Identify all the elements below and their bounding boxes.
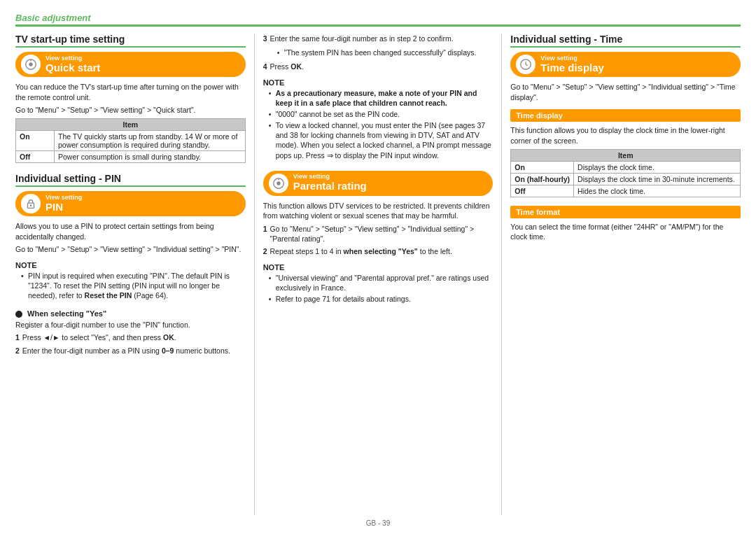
- parental-step-1-text: Go to "Menu" > "Setup" > "View setting" …: [270, 224, 493, 244]
- col2-note: NOTE As a precautionary measure, make a …: [263, 78, 493, 162]
- note-item: "0000" cannot be set as the PIN code.: [269, 109, 493, 119]
- main-columns: TV start-up time setting View setting Qu…: [15, 34, 741, 515]
- quick-start-desc: You can reduce the TV's start-up time af…: [15, 82, 246, 102]
- col-divider-1: [254, 34, 255, 515]
- step3-sub-list: "The system PIN has been changed success…: [263, 48, 493, 59]
- table-row: Off Power consumption is small during st…: [16, 151, 246, 163]
- step-4-text: Press OK.: [270, 62, 304, 71]
- parental-step-1: 1 Go to "Menu" > "Setup" > "View setting…: [263, 224, 493, 244]
- parental-step-2: 2 Repeat steps 1 to 4 in when selecting …: [263, 246, 493, 256]
- time-display-badge: View setting Time display: [510, 52, 741, 77]
- table-row: On (half-hourly) Displays the clock time…: [511, 173, 741, 185]
- table-row: Off Hides the clock time.: [511, 185, 741, 197]
- time-display-table: Item On Displays the clock time. On (hal…: [510, 149, 741, 197]
- svg-point-4: [30, 204, 32, 206]
- note-item: Refer to page 71 for details about ratin…: [269, 294, 493, 304]
- parental-note: NOTE "Universal viewing" and "Parental a…: [263, 263, 493, 306]
- table-cell-item: On: [511, 161, 574, 173]
- step-1: 1 Press ◄/► to select "Yes", and then pr…: [15, 332, 246, 342]
- parental-desc: This function allows DTV services to be …: [263, 201, 493, 221]
- when-selecting-desc: Register a four-digit number to use the …: [15, 320, 246, 330]
- pin-desc: Allows you to use a PIN to protect certa…: [15, 221, 246, 241]
- table-row: On Displays the clock time.: [511, 161, 741, 173]
- footer-text: GB - 39: [366, 519, 390, 527]
- table-cell-item: On: [16, 131, 55, 151]
- col-divider-2: [501, 34, 502, 515]
- parental-text: View setting Parental rating: [293, 174, 367, 192]
- time-display-path: Go to "Menu" > "Setup" > "View setting" …: [510, 82, 741, 102]
- page-container: Basic adjustment TV start-up time settin…: [0, 0, 756, 534]
- note-item: PIN input is required when executing "PI…: [21, 271, 246, 301]
- quick-start-text: View setting Quick start: [46, 55, 100, 74]
- step-3: 3 Enter the same four-digit number as in…: [263, 34, 493, 43]
- col2-note-list: As a precautionary measure, make a note …: [263, 88, 493, 160]
- top-bar: Basic adjustment: [15, 13, 741, 27]
- quick-start-icon: [21, 55, 41, 74]
- table-header: Item: [511, 149, 741, 161]
- pin-path: Go to "Menu" > "Setup" > "View setting" …: [15, 244, 246, 255]
- svg-point-6: [276, 181, 280, 185]
- bullet-icon: [15, 311, 22, 318]
- step-1-text: Press ◄/► to select "Yes", and then pres…: [22, 332, 176, 342]
- table-cell-item: Off: [16, 151, 55, 163]
- svg-point-1: [29, 62, 32, 66]
- step-2: 2 Enter the four-digit number as a PIN u…: [15, 346, 246, 356]
- section-title: Basic adjustment: [15, 13, 91, 23]
- note-item: "Universal viewing" and "Parental approv…: [269, 273, 493, 293]
- step3-sub-item: "The system PIN has been changed success…: [277, 48, 493, 57]
- table-cell-desc: Power consumption is small during standb…: [55, 151, 246, 163]
- table-cell-item: On (half-hourly): [511, 173, 574, 185]
- svg-line-10: [526, 64, 528, 66]
- quick-start-path: Go to "Menu" > "Setup" > "View setting" …: [15, 105, 246, 115]
- time-format-desc: You can select the time format (either "…: [510, 222, 741, 242]
- pin-note-list: PIN input is required when executing "PI…: [15, 271, 246, 301]
- pin-note: NOTE PIN input is required when executin…: [15, 261, 246, 302]
- time-format-sub-heading: Time format: [510, 206, 741, 218]
- table-cell-desc: Displays the clock time.: [574, 161, 741, 173]
- parental-step-2-text: Repeat steps 1 to 4 in when selecting "Y…: [270, 246, 452, 256]
- parental-note-list: "Universal viewing" and "Parental approv…: [263, 273, 493, 304]
- table-cell-item: Off: [511, 185, 574, 197]
- pin-badge: View setting PIN: [15, 191, 246, 216]
- step-2-text: Enter the four-digit number as a PIN usi…: [22, 346, 230, 356]
- table-header: Item: [16, 119, 246, 131]
- table-row: On The TV quickly starts up from standby…: [16, 131, 246, 151]
- pin-icon: [21, 194, 41, 213]
- time-display-icon: [516, 55, 536, 74]
- time-display-sub-heading: Time display: [510, 109, 741, 122]
- note-item: To view a locked channel, you must enter…: [269, 120, 493, 160]
- pin-text: View setting PIN: [46, 195, 82, 213]
- when-selecting-heading: When selecting "Yes": [15, 309, 246, 318]
- footer: GB - 39: [15, 515, 741, 527]
- quick-start-table: Item On The TV quickly starts up from st…: [15, 118, 246, 163]
- tv-startup-heading: TV start-up time setting: [15, 34, 246, 48]
- note-item: As a precautionary measure, make a note …: [269, 88, 493, 108]
- col1: TV start-up time setting View setting Qu…: [15, 34, 246, 515]
- parental-icon: [269, 174, 288, 193]
- col3: Individual setting - Time View setting T…: [510, 34, 741, 515]
- table-cell-desc: Hides the clock time.: [574, 185, 741, 197]
- time-display-sub-desc: This function allows you to display the …: [510, 125, 741, 146]
- parental-rating-badge: View setting Parental rating: [263, 171, 493, 196]
- step-4: 4 Press OK.: [263, 62, 493, 71]
- individual-time-heading: Individual setting - Time: [510, 34, 741, 48]
- table-cell-desc: Displays the clock time in 30-minute inc…: [574, 173, 741, 185]
- time-display-text: View setting Time display: [540, 55, 604, 74]
- table-cell-desc: The TV quickly starts up from standby. 1…: [55, 131, 246, 151]
- step-3-text: Enter the same four-digit number as in s…: [270, 34, 454, 43]
- pin-heading: Individual setting - PIN: [15, 173, 246, 187]
- quick-start-badge: View setting Quick start: [15, 52, 246, 77]
- col2: 3 Enter the same four-digit number as in…: [263, 34, 493, 515]
